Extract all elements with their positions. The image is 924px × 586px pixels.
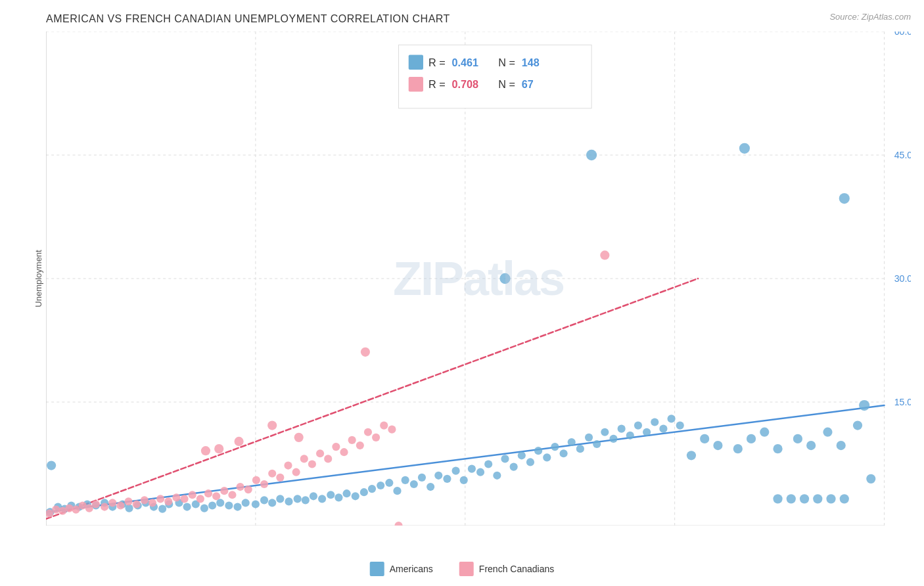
svg-rect-173 xyxy=(399,45,592,108)
source-label: Source: ZipAtlas.com xyxy=(829,12,911,22)
svg-point-52 xyxy=(327,491,335,499)
svg-point-157 xyxy=(332,443,340,451)
svg-point-161 xyxy=(364,428,372,436)
svg-point-90 xyxy=(643,428,651,436)
svg-point-72 xyxy=(493,472,501,480)
svg-point-75 xyxy=(518,451,526,459)
svg-point-135 xyxy=(156,495,164,503)
svg-text:N =: N = xyxy=(498,56,515,68)
svg-point-107 xyxy=(747,434,756,443)
svg-point-113 xyxy=(840,494,849,503)
svg-rect-174 xyxy=(409,55,423,70)
svg-point-139 xyxy=(189,491,196,499)
svg-point-91 xyxy=(651,418,658,426)
y-axis-label: Unemployment xyxy=(34,250,43,307)
svg-point-59 xyxy=(385,479,393,487)
svg-point-144 xyxy=(228,491,236,499)
svg-point-45 xyxy=(268,499,276,507)
svg-point-101 xyxy=(853,420,862,430)
svg-text:148: 148 xyxy=(522,56,540,68)
svg-point-150 xyxy=(276,474,284,482)
svg-point-89 xyxy=(634,421,642,429)
svg-rect-179 xyxy=(409,77,423,91)
svg-point-102 xyxy=(823,428,832,437)
svg-point-143 xyxy=(220,487,228,495)
svg-point-115 xyxy=(813,494,822,503)
svg-point-93 xyxy=(667,415,675,422)
svg-point-35 xyxy=(183,503,191,510)
svg-point-54 xyxy=(342,489,350,497)
svg-point-39 xyxy=(216,499,224,507)
svg-point-70 xyxy=(476,468,484,476)
svg-point-94 xyxy=(676,421,684,429)
svg-point-165 xyxy=(361,348,370,357)
svg-point-124 xyxy=(72,506,80,514)
svg-point-166 xyxy=(394,522,402,526)
svg-point-58 xyxy=(377,482,384,489)
svg-point-71 xyxy=(484,460,492,468)
svg-point-167 xyxy=(267,420,277,430)
svg-point-127 xyxy=(92,500,100,508)
svg-point-134 xyxy=(149,499,156,507)
chart-area: Unemployment ZIPatlas 60.0% 45.0% 30.0% … xyxy=(46,32,911,526)
svg-point-110 xyxy=(700,434,709,443)
svg-point-142 xyxy=(212,492,220,500)
svg-point-123 xyxy=(65,504,73,512)
svg-point-140 xyxy=(196,495,204,503)
svg-point-158 xyxy=(340,448,348,456)
svg-point-41 xyxy=(233,503,241,510)
svg-point-130 xyxy=(116,501,124,509)
svg-point-118 xyxy=(773,494,782,503)
svg-point-172 xyxy=(600,250,609,259)
svg-point-108 xyxy=(733,444,743,453)
svg-point-83 xyxy=(585,434,593,441)
legend-label-french-canadians: French Canadians xyxy=(479,564,554,574)
chart-container: AMERICAN VS FRENCH CANADIAN UNEMPLOYMENT… xyxy=(0,0,924,586)
svg-point-109 xyxy=(687,451,696,460)
svg-point-162 xyxy=(372,434,380,441)
svg-point-148 xyxy=(260,480,268,488)
svg-text:R =: R = xyxy=(428,56,446,68)
svg-point-170 xyxy=(214,444,223,453)
svg-point-76 xyxy=(526,458,534,466)
svg-point-155 xyxy=(316,449,324,457)
svg-point-100 xyxy=(837,441,846,450)
legend-item-french-canadians: French Canadians xyxy=(459,562,554,576)
legend-item-americans: Americans xyxy=(370,562,433,576)
svg-text:R =: R = xyxy=(428,78,446,90)
legend-container: Americans French Canadians xyxy=(370,562,555,576)
svg-text:60.0%: 60.0% xyxy=(894,32,911,37)
svg-point-67 xyxy=(452,467,460,475)
svg-point-64 xyxy=(427,483,434,491)
svg-point-154 xyxy=(308,460,316,468)
svg-text:0.461: 0.461 xyxy=(452,56,479,68)
legend-label-americans: Americans xyxy=(390,564,433,574)
svg-point-98 xyxy=(839,193,850,204)
svg-point-112 xyxy=(866,474,875,484)
svg-point-46 xyxy=(276,495,284,503)
svg-point-131 xyxy=(124,497,132,505)
svg-point-160 xyxy=(356,441,364,449)
svg-text:67: 67 xyxy=(522,78,534,90)
svg-text:0.708: 0.708 xyxy=(452,78,479,90)
svg-text:N =: N = xyxy=(498,78,515,90)
svg-point-73 xyxy=(501,455,509,462)
svg-point-159 xyxy=(348,436,356,444)
svg-point-48 xyxy=(294,495,302,503)
svg-point-74 xyxy=(510,462,518,470)
svg-point-114 xyxy=(826,494,835,503)
svg-point-47 xyxy=(285,497,292,505)
svg-point-85 xyxy=(601,428,609,436)
svg-point-121 xyxy=(52,506,60,514)
svg-point-146 xyxy=(244,485,252,493)
svg-point-136 xyxy=(164,497,172,505)
svg-point-32 xyxy=(158,505,166,512)
svg-point-80 xyxy=(560,449,568,457)
svg-point-149 xyxy=(268,470,276,478)
svg-point-57 xyxy=(368,485,376,493)
svg-point-117 xyxy=(787,494,796,503)
svg-point-60 xyxy=(393,487,401,495)
svg-point-82 xyxy=(576,445,584,453)
svg-line-17 xyxy=(46,279,698,519)
svg-point-37 xyxy=(200,504,208,512)
